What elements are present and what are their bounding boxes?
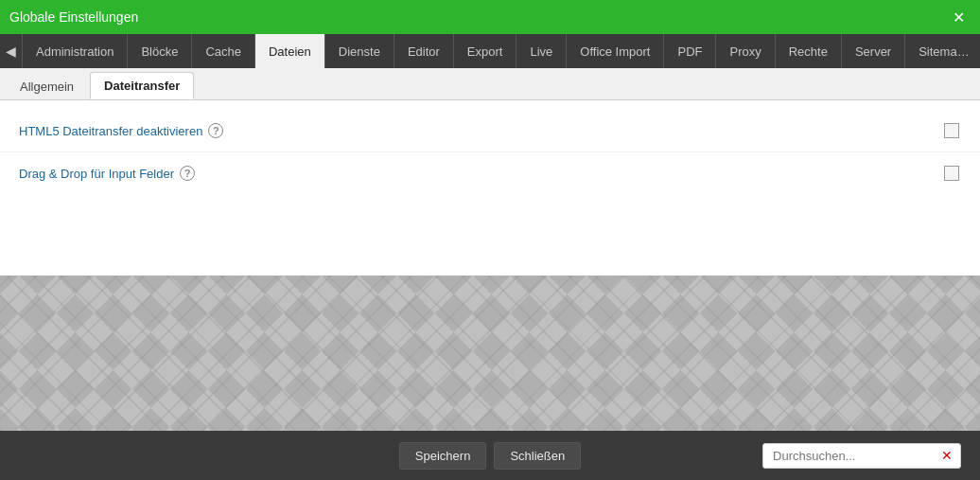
main-tab-bar: ◀ Administration Blöcke Cache Dateien Di… — [0, 34, 980, 68]
search-clear-button[interactable]: ✕ — [934, 444, 960, 467]
tab-dateien[interactable]: Dateien — [255, 34, 325, 68]
tab-export[interactable]: Export — [454, 34, 517, 68]
tab-editor[interactable]: Editor — [394, 34, 454, 68]
tab-proxy[interactable]: Proxy — [716, 34, 775, 68]
tab-dienste[interactable]: Dienste — [325, 34, 394, 68]
tab-cache[interactable]: Cache — [192, 34, 255, 68]
tab-live[interactable]: Live — [516, 34, 567, 68]
footer-right: ✕ — [581, 443, 961, 469]
dialog: Globale Einstellungen ✕ ◀ Administration… — [0, 0, 980, 480]
footer-center: Speichern Schließen — [399, 442, 581, 470]
bg-pattern — [0, 276, 980, 432]
setting-label-html5: HTML5 Dateitransfer deaktivieren ? — [19, 123, 942, 138]
setting-label-dragdrop: Drag & Drop für Input Felder ? — [19, 166, 942, 181]
checkbox-container-dragdrop — [942, 164, 961, 183]
spacer-area — [0, 276, 980, 432]
tab-rechte[interactable]: Rechte — [776, 34, 842, 68]
sub-tab-bar: Allgemein Dateitransfer — [0, 68, 980, 100]
close-icon[interactable]: ✕ — [947, 7, 971, 28]
close-button[interactable]: Schließen — [494, 442, 581, 470]
footer: Speichern Schließen ✕ — [0, 431, 980, 480]
setting-row-html5: HTML5 Dateitransfer deaktivieren ? — [0, 110, 980, 152]
checkbox-container-html5 — [942, 121, 961, 140]
tab-pdf[interactable]: PDF — [664, 34, 716, 68]
title-bar: Globale Einstellungen ✕ — [0, 0, 980, 34]
checkbox-dragdrop[interactable] — [944, 166, 959, 181]
help-icon-html5[interactable]: ? — [208, 123, 223, 138]
setting-row-dragdrop: Drag & Drop für Input Felder ? — [0, 152, 980, 194]
sub-tab-allgemein[interactable]: Allgemein — [6, 72, 88, 99]
dialog-title: Globale Einstellungen — [9, 9, 138, 25]
help-icon-dragdrop[interactable]: ? — [180, 166, 195, 181]
save-button[interactable]: Speichern — [399, 442, 487, 470]
tab-officeimport[interactable]: Office Import — [567, 34, 664, 68]
search-input[interactable] — [763, 444, 934, 468]
search-box: ✕ — [762, 443, 961, 469]
tab-bloecke[interactable]: Blöcke — [128, 34, 192, 68]
tab-server[interactable]: Server — [842, 34, 905, 68]
content-area: HTML5 Dateitransfer deaktivieren ? Drag … — [0, 100, 980, 276]
tab-administration[interactable]: Administration — [22, 34, 128, 68]
sub-tab-dateitransfer[interactable]: Dateitransfer — [90, 72, 194, 99]
checkbox-html5[interactable] — [944, 123, 959, 138]
tab-sitemap[interactable]: Sitema… — [905, 34, 980, 68]
tab-nav-prev[interactable]: ◀ — [0, 34, 22, 68]
